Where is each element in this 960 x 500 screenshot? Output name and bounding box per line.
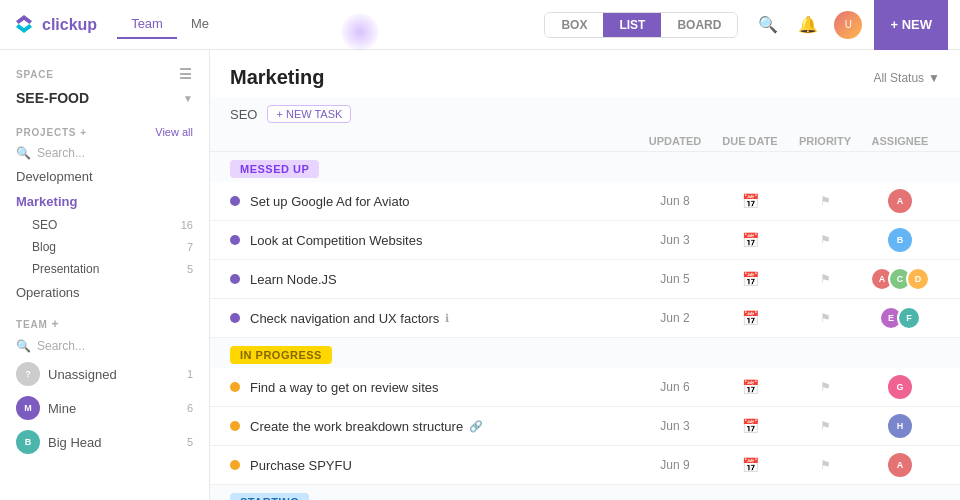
space-label: SPACE ☰ xyxy=(0,62,209,86)
sidebar-item-unassigned[interactable]: ? Unassigned 1 xyxy=(0,357,209,391)
page-title: Marketing xyxy=(230,66,324,89)
priority-icon[interactable]: ⚑ xyxy=(820,233,831,247)
sidebar-item-operations[interactable]: Operations xyxy=(0,280,209,305)
calendar-icon[interactable]: 📅 xyxy=(742,310,759,326)
add-project-icon[interactable]: + xyxy=(80,127,87,138)
search-icon[interactable]: 🔍 xyxy=(754,11,782,39)
new-task-button[interactable]: + NEW TASK xyxy=(267,105,351,123)
task-updated: Jun 2 xyxy=(640,311,710,325)
col-priority-header: PRIORITY xyxy=(790,135,860,147)
priority-icon[interactable]: ⚑ xyxy=(820,272,831,286)
tab-me[interactable]: Me xyxy=(177,10,223,39)
task-name[interactable]: Set up Google Ad for Aviato xyxy=(250,194,640,209)
chevron-down-icon: ▼ xyxy=(928,71,940,85)
sidebar-item-bighead[interactable]: B Big Head 5 xyxy=(0,425,209,459)
sidebar-item-marketing[interactable]: Marketing xyxy=(0,189,209,214)
sidebar: SPACE ☰ SEE-FOOD ▼ PROJECTS + View all 🔍… xyxy=(0,50,210,500)
task-priority: ⚑ xyxy=(790,380,860,394)
seo-section-name: SEO xyxy=(230,107,257,122)
all-status-button[interactable]: All Status ▼ xyxy=(873,71,940,85)
task-status-dot xyxy=(230,460,240,470)
task-name[interactable]: Find a way to get on review sites xyxy=(250,380,640,395)
priority-icon[interactable]: ⚑ xyxy=(820,419,831,433)
table-header: UPDATED DUE DATE PRIORITY ASSIGNEE xyxy=(210,131,960,152)
team-section: TEAM + 🔍 Search... ? Unassigned 1 M Mine… xyxy=(0,313,209,459)
view-all-link[interactable]: View all xyxy=(155,126,193,138)
table-row: Check navigation and UX factors ℹ Jun 2 … xyxy=(210,299,960,338)
link-icon[interactable]: 🔗 xyxy=(469,420,483,433)
assignee-avatar: G xyxy=(888,375,912,399)
sub-item-presentation[interactable]: Presentation 5 xyxy=(0,258,209,280)
assignee-avatar: H xyxy=(888,414,912,438)
badge-in-progress: IN PROGRESS xyxy=(230,346,332,364)
team-search-input[interactable]: Search... xyxy=(37,339,85,353)
tab-team[interactable]: Team xyxy=(117,10,177,39)
col-updated-header: UPDATED xyxy=(640,135,710,147)
bighead-avatar: B xyxy=(16,430,40,454)
space-name[interactable]: SEE-FOOD ▼ xyxy=(0,86,209,114)
view-list[interactable]: LIST xyxy=(603,13,661,37)
priority-icon[interactable]: ⚑ xyxy=(820,194,831,208)
sidebar-item-mine[interactable]: M Mine 6 xyxy=(0,391,209,425)
info-icon[interactable]: ℹ xyxy=(445,312,449,325)
logo-text: clickup xyxy=(42,16,97,34)
task-due: 📅 xyxy=(710,310,790,326)
calendar-icon[interactable]: 📅 xyxy=(742,379,759,395)
view-board[interactable]: BOARD xyxy=(661,13,737,37)
task-status-dot xyxy=(230,274,240,284)
col-assignee-header: ASSIGNEE xyxy=(860,135,940,147)
space-arrow-icon[interactable]: ▼ xyxy=(183,93,193,104)
priority-icon[interactable]: ⚑ xyxy=(820,458,831,472)
avatar[interactable]: U xyxy=(834,11,862,39)
task-priority: ⚑ xyxy=(790,419,860,433)
calendar-icon[interactable]: 📅 xyxy=(742,232,759,248)
calendar-icon[interactable]: 📅 xyxy=(742,193,759,209)
sidebar-item-development[interactable]: Development xyxy=(0,164,209,189)
sub-item-seo[interactable]: SEO 16 xyxy=(0,214,209,236)
table-row: Learn Node.JS Jun 5 📅 ⚑ A C D xyxy=(210,260,960,299)
main-layout: SPACE ☰ SEE-FOOD ▼ PROJECTS + View all 🔍… xyxy=(0,50,960,500)
assignee-avatar-group: E F xyxy=(879,306,921,330)
task-name[interactable]: Purchase SPYFU xyxy=(250,458,640,473)
content-header: Marketing All Status ▼ xyxy=(210,50,960,97)
table-row: Look at Competition Websites Jun 3 📅 ⚑ B xyxy=(210,221,960,260)
assignee-avatar: B xyxy=(888,228,912,252)
badge-starting: STARTING xyxy=(230,493,309,500)
project-search-text[interactable]: Search... xyxy=(37,146,85,160)
task-assignee: E F xyxy=(860,306,940,330)
bell-icon[interactable]: 🔔 xyxy=(794,11,822,39)
project-search: 🔍 Search... xyxy=(0,142,209,164)
task-name[interactable]: Learn Node.JS xyxy=(250,272,640,287)
team-label: TEAM + xyxy=(0,313,209,335)
space-section: SPACE ☰ SEE-FOOD ▼ xyxy=(0,62,209,114)
task-assignee: A xyxy=(860,189,940,213)
task-updated: Jun 5 xyxy=(640,272,710,286)
calendar-icon[interactable]: 📅 xyxy=(742,457,759,473)
add-team-icon[interactable]: + xyxy=(52,317,60,331)
sub-item-blog[interactable]: Blog 7 xyxy=(0,236,209,258)
task-due: 📅 xyxy=(710,457,790,473)
table-row: Purchase SPYFU Jun 9 📅 ⚑ A xyxy=(210,446,960,485)
task-name[interactable]: Create the work breakdown structure 🔗 xyxy=(250,419,640,434)
table-row: Set up Google Ad for Aviato Jun 8 📅 ⚑ A xyxy=(210,182,960,221)
logo-icon xyxy=(12,13,36,37)
priority-icon[interactable]: ⚑ xyxy=(820,311,831,325)
task-priority: ⚑ xyxy=(790,458,860,472)
new-button[interactable]: + NEW xyxy=(874,0,948,50)
view-box[interactable]: BOX xyxy=(545,13,603,37)
priority-icon[interactable]: ⚑ xyxy=(820,380,831,394)
nav-tabs: Team Me xyxy=(117,10,223,39)
table-row: Find a way to get on review sites Jun 6 … xyxy=(210,368,960,407)
view-tabs: BOX LIST BOARD xyxy=(544,12,738,38)
group-in-progress: IN PROGRESS Find a way to get on review … xyxy=(210,338,960,485)
calendar-icon[interactable]: 📅 xyxy=(742,271,759,287)
content-area: Marketing All Status ▼ SEO + NEW TASK UP… xyxy=(210,50,960,500)
sidebar-menu-icon[interactable]: ☰ xyxy=(179,66,193,82)
group-messed-up: MESSED UP Set up Google Ad for Aviato Ju… xyxy=(210,152,960,338)
task-name[interactable]: Look at Competition Websites xyxy=(250,233,640,248)
calendar-icon[interactable]: 📅 xyxy=(742,418,759,434)
logo: clickup xyxy=(12,13,97,37)
assignee-avatar-group: A C D xyxy=(870,267,930,291)
task-name[interactable]: Check navigation and UX factors ℹ xyxy=(250,311,640,326)
task-assignee: H xyxy=(860,414,940,438)
